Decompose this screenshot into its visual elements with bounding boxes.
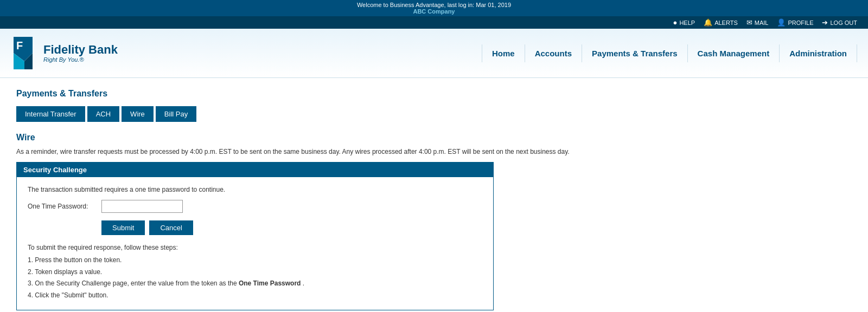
wire-button[interactable]: Wire — [122, 106, 154, 122]
security-challenge-body: The transaction submitted requires a one… — [17, 177, 493, 310]
bell-icon: 🔔 — [704, 18, 712, 27]
step-3-bold: One Time Password — [239, 280, 301, 287]
wire-title: Wire — [16, 133, 662, 142]
svg-text:F: F — [16, 40, 23, 51]
logo-area: F Fidelity Bank Right By You.® — [11, 34, 118, 72]
otp-row: One Time Password: — [28, 200, 482, 213]
section-title: Payments & Transfers — [16, 89, 662, 99]
content-area: Payments & Transfers Internal Transfer A… — [0, 78, 678, 312]
bank-tagline: Right By You.® — [43, 56, 118, 63]
help-icon: ● — [673, 18, 678, 27]
bill-pay-button[interactable]: Bill Pay — [156, 106, 196, 122]
security-challenge-box: Security Challenge The transaction submi… — [16, 162, 494, 310]
profile-link[interactable]: 👤 PROFILE — [777, 18, 813, 27]
otp-input[interactable] — [101, 200, 183, 213]
profile-icon: 👤 — [777, 18, 786, 27]
help-link[interactable]: ● HELP — [673, 18, 695, 27]
nav-accounts[interactable]: Accounts — [525, 44, 582, 62]
otp-label: One Time Password: — [28, 203, 93, 210]
steps-list: 1. Press the button on the token. 2. Tok… — [28, 255, 482, 301]
button-row: Submit Cancel — [28, 220, 482, 235]
logout-icon: ➔ — [822, 18, 828, 27]
step-2: 2. Token displays a value. — [28, 266, 482, 278]
step-3-text: 3. On the Security Challenge page, enter… — [28, 280, 239, 287]
help-label: HELP — [679, 20, 695, 26]
fidelity-logo-icon: F — [11, 34, 38, 72]
nav-admin[interactable]: Administration — [780, 44, 857, 62]
sub-nav: Internal Transfer ACH Wire Bill Pay — [16, 106, 662, 122]
welcome-text: Welcome to Business Advantage, last log … — [357, 2, 511, 8]
mail-link[interactable]: ✉ MAIL — [746, 18, 769, 27]
nav-payments[interactable]: Payments & Transfers — [582, 44, 688, 62]
security-instruction: The transaction submitted requires a one… — [28, 186, 482, 193]
profile-label: PROFILE — [788, 20, 813, 26]
main-nav: Home Accounts Payments & Transfers Cash … — [482, 44, 857, 62]
alerts-label: ALERTS — [714, 20, 738, 26]
step-3: 3. On the Security Challenge page, enter… — [28, 278, 482, 290]
header: F Fidelity Bank Right By You.® Home Acco… — [0, 29, 868, 78]
bank-name: Fidelity Bank — [43, 43, 118, 56]
mail-label: MAIL — [755, 20, 769, 26]
logout-label: LOG OUT — [830, 20, 857, 26]
logo-text-area: Fidelity Bank Right By You.® — [43, 43, 118, 63]
top-nav: ● HELP 🔔 ALERTS ✉ MAIL 👤 PROFILE ➔ LOG O… — [0, 16, 868, 29]
submit-button[interactable]: Submit — [101, 220, 145, 235]
nav-cash[interactable]: Cash Management — [688, 44, 780, 62]
mail-icon: ✉ — [746, 18, 752, 27]
step-3-suffix: . — [301, 280, 304, 287]
steps-intro: To submit the required response, follow … — [28, 244, 482, 251]
nav-home[interactable]: Home — [482, 44, 525, 62]
cancel-button[interactable]: Cancel — [149, 220, 193, 235]
step-1: 1. Press the button on the token. — [28, 255, 482, 266]
logout-link[interactable]: ➔ LOG OUT — [822, 18, 857, 27]
ach-button[interactable]: ACH — [87, 106, 119, 122]
wire-notice: As a reminder, wire transfer requests mu… — [16, 148, 662, 155]
step-4: 4. Click the "Submit" button. — [28, 290, 482, 302]
internal-transfer-button[interactable]: Internal Transfer — [16, 106, 85, 122]
company-name: ABC Company — [413, 8, 455, 15]
security-challenge-header: Security Challenge — [17, 162, 493, 177]
top-bar: Welcome to Business Advantage, last log … — [0, 0, 868, 16]
alerts-link[interactable]: 🔔 ALERTS — [704, 18, 738, 27]
